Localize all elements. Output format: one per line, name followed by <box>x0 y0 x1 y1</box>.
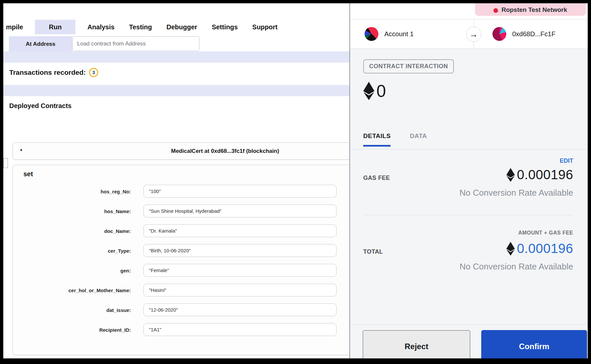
field-row: hos_reg_No: <box>13 185 349 198</box>
metamask-header-bar: Ropsten Test Network <box>350 3 588 19</box>
transactions-count-badge[interactable]: 3 <box>89 68 98 77</box>
edit-gas-link[interactable]: EDIT <box>560 157 573 164</box>
field-input-cer-type[interactable] <box>143 244 337 257</box>
total-conversion-note: No Conversion Rate Available <box>459 262 573 272</box>
field-label-doc-name: doc_Name: <box>13 224 131 238</box>
menu-item-compile[interactable]: mpile <box>3 20 26 34</box>
field-label-recipient-id: Recipient_ID: <box>13 323 131 336</box>
transaction-type-badge: CONTRACT INTERACTION <box>363 59 454 73</box>
divider <box>350 324 588 325</box>
recipient-avatar <box>492 27 506 41</box>
network-name: Ropsten Test Network <box>501 6 567 14</box>
deployed-contract-header[interactable]: ▾ MedicalCert at 0xd68...3fc1f (blockcha… <box>13 142 349 160</box>
tab-bar: DETAILS DATA <box>363 132 427 147</box>
deployed-contracts-heading: Deployed Contracts <box>9 102 72 110</box>
field-input-dat-issue[interactable] <box>143 303 337 316</box>
menu-item-settings[interactable]: Settings <box>209 20 240 34</box>
transactions-recorded-label: Transactions recorded: <box>9 69 86 76</box>
tab-details[interactable]: DETAILS <box>363 132 391 147</box>
gas-fee-amount: 0.000196 <box>517 167 573 182</box>
window-edge-artifact <box>3 158 8 168</box>
field-label-cer-type: cer_Type: <box>13 244 131 257</box>
recipient-address: 0xd68D...Fc1F <box>512 19 555 48</box>
gas-fee-label: GAS FEE <box>363 175 390 182</box>
field-row: doc_Name: <box>13 224 349 238</box>
field-row: dat_issue: <box>13 303 349 317</box>
divider <box>350 149 588 150</box>
amount-plus-gas-hint: AMOUNT + GAS FEE <box>518 230 573 236</box>
field-row: Recipient_ID: <box>13 323 349 336</box>
menu-item-testing[interactable]: Testing <box>126 20 155 34</box>
field-row: hos_Name: <box>13 205 349 218</box>
field-input-cer-hol-or-mother-name[interactable] <box>143 284 337 296</box>
remix-panel: mpile Run Analysis Testing Debugger Sett… <box>3 3 349 358</box>
confirm-button[interactable]: Confirm <box>481 330 587 358</box>
reject-button[interactable]: Reject <box>363 330 470 358</box>
menu-item-debugger[interactable]: Debugger <box>164 20 200 34</box>
remix-menu-bar: mpile Run Analysis Testing Debugger Sett… <box>3 20 280 34</box>
field-input-hos-name[interactable] <box>143 205 337 217</box>
sender-avatar <box>365 27 378 41</box>
field-row: cer_hol_or_Mother_Name: <box>13 284 349 297</box>
transactions-recorded: Transactions recorded: 3 <box>9 68 98 77</box>
account-transfer-row: Account 1 → 0xd68D...Fc1F <box>350 19 588 49</box>
field-input-doc-name[interactable] <box>143 224 337 237</box>
contract-title: MedicalCert at 0xd68...3fc1f (blockchain… <box>171 143 279 159</box>
ethereum-logo-icon <box>363 82 374 100</box>
total-amount: 0.000196 <box>517 241 573 256</box>
menu-item-run[interactable]: Run <box>35 20 75 34</box>
transaction-amount: 0 <box>363 81 386 101</box>
gas-fee-value: 0.000196 <box>506 167 573 182</box>
metamask-panel: Ropsten Test Network Account 1 → 0xd68D.… <box>349 3 588 358</box>
function-name: set <box>23 170 33 178</box>
field-row: cer_Type: <box>13 244 349 257</box>
field-label-cer-hol-or-mother-name: cer_hol_or_Mother_Name: <box>13 284 131 297</box>
set-function-panel: set hos_reg_No: hos_Name: doc_Name: cer_… <box>13 165 349 355</box>
at-address-button[interactable]: At Address <box>9 36 72 52</box>
amount-value: 0 <box>376 81 386 101</box>
ethereum-logo-icon <box>506 242 515 256</box>
field-input-recipient-id[interactable] <box>143 323 337 336</box>
sender-account-name: Account 1 <box>384 19 414 48</box>
field-label-gen: gen: <box>13 264 131 277</box>
section-band <box>3 51 349 63</box>
field-row: gen: <box>13 264 349 277</box>
field-input-hos-reg-no[interactable] <box>143 185 337 198</box>
at-address-input[interactable] <box>72 36 199 51</box>
section-band <box>3 85 349 96</box>
field-label-hos-name: hos_Name: <box>13 205 131 218</box>
ethereum-logo-icon <box>506 168 515 182</box>
menu-item-support[interactable]: Support <box>250 20 280 34</box>
gas-fee-conversion-note: No Conversion Rate Available <box>459 188 573 198</box>
tab-data[interactable]: DATA <box>410 132 427 147</box>
field-label-hos-reg-no: hos_reg_No: <box>13 185 131 198</box>
network-status-dot-icon <box>493 8 498 13</box>
transfer-arrow-icon: → <box>466 27 481 42</box>
total-value: 0.000196 <box>506 241 573 256</box>
network-selector[interactable]: Ropsten Test Network <box>475 3 586 16</box>
collapse-caret-icon[interactable]: ▾ <box>20 148 22 153</box>
field-label-dat-issue: dat_issue: <box>13 303 131 317</box>
field-input-gen[interactable] <box>143 264 337 277</box>
screen: mpile Run Analysis Testing Debugger Sett… <box>3 3 588 358</box>
divider <box>363 215 573 215</box>
total-label: TOTAL <box>363 248 383 255</box>
menu-item-analysis[interactable]: Analysis <box>85 20 117 34</box>
